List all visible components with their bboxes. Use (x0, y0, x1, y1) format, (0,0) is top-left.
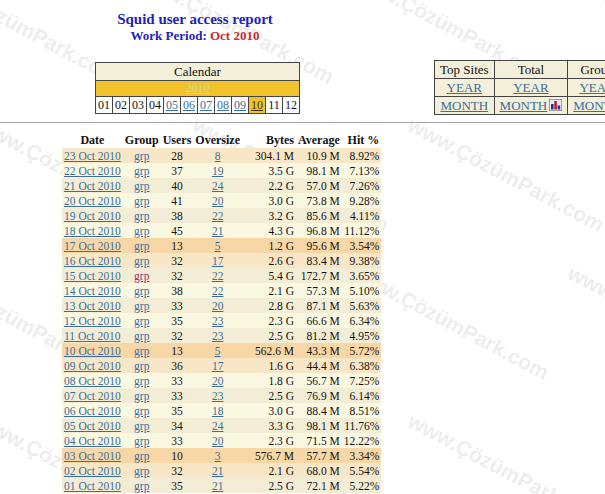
date-link[interactable]: 06 Oct 2010 (64, 405, 121, 417)
date-link[interactable]: 11 Oct 2010 (64, 330, 120, 342)
group-link[interactable]: grp (134, 150, 149, 162)
date-link[interactable]: 08 Oct 2010 (64, 375, 121, 387)
hit-value: 6.38% (342, 358, 381, 373)
group-link[interactable]: grp (134, 255, 149, 267)
oversize-link[interactable]: 23 (212, 390, 224, 402)
calendar-month-link-05[interactable]: 05 (166, 98, 178, 112)
group-link[interactable]: grp (134, 405, 149, 417)
oversize-link[interactable]: 5 (215, 345, 221, 357)
date-link[interactable]: 19 Oct 2010 (64, 210, 121, 222)
calendar-month-05: 05 (164, 97, 181, 114)
group-link[interactable]: grp (134, 165, 149, 177)
date-link[interactable]: 03 Oct 2010 (64, 450, 121, 462)
oversize-link[interactable]: 8 (215, 150, 221, 162)
date-link[interactable]: 01 Oct 2010 (64, 480, 121, 492)
group-link[interactable]: grp (134, 270, 149, 282)
date-link[interactable]: 04 Oct 2010 (64, 435, 121, 447)
date-link[interactable]: 21 Oct 2010 (64, 180, 121, 192)
calendar-month-link-09[interactable]: 09 (234, 98, 246, 112)
date-link[interactable]: 09 Oct 2010 (64, 360, 121, 372)
oversize-link[interactable]: 20 (212, 435, 224, 447)
average-value: 88.4 M (296, 403, 342, 418)
group-link[interactable]: grp (134, 345, 149, 357)
calendar-month-link-08[interactable]: 08 (217, 98, 229, 112)
calendar-month-link-07[interactable]: 07 (200, 98, 212, 112)
group-link[interactable]: grp (134, 375, 149, 387)
oversize-link[interactable]: 21 (212, 465, 224, 477)
oversize-link[interactable]: 18 (212, 405, 224, 417)
date-link[interactable]: 10 Oct 2010 (64, 345, 121, 357)
hit-value: 11.76% (342, 418, 381, 433)
year-link-total[interactable]: YEAR (513, 80, 548, 95)
date-link[interactable]: 12 Oct 2010 (64, 315, 121, 327)
group-link[interactable]: grp (134, 360, 149, 372)
oversize-link[interactable]: 24 (212, 420, 224, 432)
date-link[interactable]: 05 Oct 2010 (64, 420, 121, 432)
table-row: 23 Oct 2010 grp 28 8 304.1 M 10.9 M 8.92… (62, 148, 381, 163)
oversize-link[interactable]: 20 (212, 375, 224, 387)
bytes-value: 2.6 G (242, 253, 296, 268)
year-link-group[interactable]: YEAR (579, 80, 605, 95)
group-link[interactable]: grp (134, 435, 149, 447)
group-link[interactable]: grp (134, 465, 149, 477)
oversize-link[interactable]: 20 (212, 300, 224, 312)
users-value: 33 (161, 298, 194, 313)
group-link[interactable]: grp (134, 390, 149, 402)
date-link[interactable]: 22 Oct 2010 (64, 165, 121, 177)
oversize-link[interactable]: 22 (212, 210, 224, 222)
date-link[interactable]: 07 Oct 2010 (64, 390, 121, 402)
group-link[interactable]: grp (134, 180, 149, 192)
bytes-value: 562.6 M (242, 343, 296, 358)
oversize-link[interactable]: 24 (212, 180, 224, 192)
column-header-group: Group (123, 133, 161, 148)
date-link[interactable]: 17 Oct 2010 (64, 240, 121, 252)
hit-value: 8.51% (342, 403, 381, 418)
date-link[interactable]: 14 Oct 2010 (64, 285, 121, 297)
group-link[interactable]: grp (134, 285, 149, 297)
oversize-link[interactable]: 23 (212, 315, 224, 327)
oversize-link[interactable]: 23 (212, 330, 224, 342)
date-link[interactable]: 18 Oct 2010 (64, 225, 121, 237)
group-link[interactable]: grp (134, 450, 149, 462)
group-link[interactable]: grp (134, 330, 149, 342)
oversize-link[interactable]: 22 (212, 270, 224, 282)
date-link[interactable]: 13 Oct 2010 (64, 300, 121, 312)
date-link[interactable]: 16 Oct 2010 (64, 255, 121, 267)
year-link-top-sites[interactable]: YEAR (447, 80, 482, 95)
oversize-link[interactable]: 5 (215, 240, 221, 252)
group-link[interactable]: grp (134, 315, 149, 327)
hit-value: 9.38% (342, 253, 381, 268)
group-link[interactable]: grp (134, 225, 149, 237)
oversize-link[interactable]: 3 (215, 450, 221, 462)
group-link[interactable]: grp (134, 240, 149, 252)
calendar-month-link-06[interactable]: 06 (183, 98, 195, 112)
group-link[interactable]: grp (134, 210, 149, 222)
month-link-total[interactable]: MONTH (500, 98, 548, 113)
date-link[interactable]: 20 Oct 2010 (64, 195, 121, 207)
month-link-top-sites[interactable]: MONTH (440, 98, 488, 113)
oversize-link[interactable]: 22 (212, 285, 224, 297)
bytes-value: 576.7 M (242, 448, 296, 463)
calendar-month-09: 09 (232, 97, 249, 114)
group-link[interactable]: grp (134, 420, 149, 432)
calendar-year-link[interactable]: 2010 (186, 81, 210, 95)
table-row: 11 Oct 2010 grp 32 23 2.5 G 81.2 M 4.95% (62, 328, 381, 343)
date-link[interactable]: 02 Oct 2010 (64, 465, 121, 477)
group-link[interactable]: grp (134, 300, 149, 312)
month-link-group[interactable]: MONTH (573, 98, 605, 113)
group-link[interactable]: grp (134, 195, 149, 207)
date-link[interactable]: 23 Oct 2010 (64, 150, 121, 162)
quicklinks-header-top-sites: Top Sites (435, 61, 495, 79)
quicklinks-header-group: Group (568, 61, 605, 79)
oversize-link[interactable]: 17 (212, 360, 224, 372)
group-link[interactable]: grp (134, 480, 149, 492)
bytes-value: 2.3 G (242, 313, 296, 328)
oversize-link[interactable]: 19 (212, 165, 224, 177)
calendar-month-link-10[interactable]: 10 (251, 98, 263, 112)
oversize-link[interactable]: 21 (212, 225, 224, 237)
oversize-link[interactable]: 17 (212, 255, 224, 267)
table-row: 13 Oct 2010 grp 33 20 2.8 G 87.1 M 5.63% (62, 298, 381, 313)
oversize-link[interactable]: 21 (212, 480, 224, 492)
date-link[interactable]: 15 Oct 2010 (64, 270, 121, 282)
oversize-link[interactable]: 20 (212, 195, 224, 207)
